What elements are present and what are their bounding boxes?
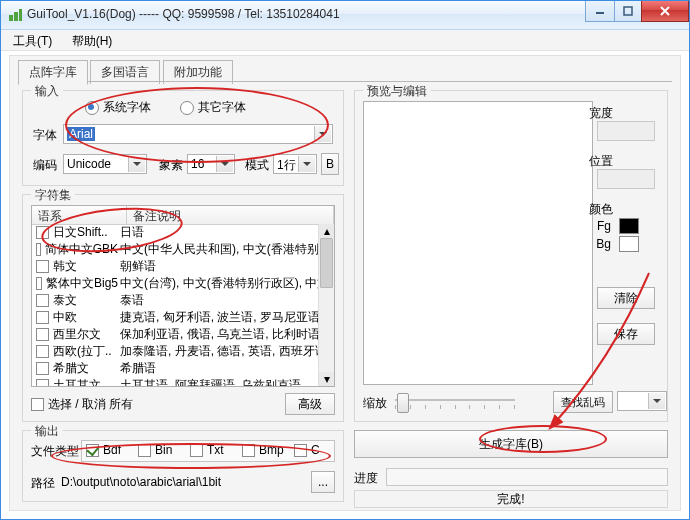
group-output-caption: 输出 — [31, 423, 63, 440]
svg-rect-3 — [596, 12, 604, 14]
pos-label: 位置 — [589, 153, 613, 170]
radio-other-font[interactable]: 其它字体 — [180, 100, 246, 114]
table-row[interactable]: 韩文朝鲜语 — [32, 258, 319, 275]
progress-label: 进度 — [354, 470, 378, 487]
generate-button[interactable]: 生成字库(B) — [354, 430, 668, 458]
close-button[interactable] — [641, 1, 689, 22]
font-label: 字体 — [33, 127, 57, 144]
scrollbar[interactable]: ▴▾ — [318, 224, 334, 386]
filetype-label: 文件类型 — [31, 443, 79, 460]
menubar: 工具(T) 帮助(H) — [1, 30, 689, 51]
table-row[interactable]: 中欧捷克语, 匈牙利语, 波兰语, 罗马尼亚语, — [32, 309, 319, 326]
client-area: 点阵字库 多国语言 附加功能 输入 系统字体 其它字体 字体 Arial 编码 … — [9, 55, 681, 511]
bg-label: Bg — [596, 237, 611, 251]
table-row[interactable]: 西欧(拉丁..加泰隆语, 丹麦语, 德语, 英语, 西班牙语, — [32, 343, 319, 360]
fg-label: Fg — [597, 219, 611, 233]
mode-label: 模式 — [245, 157, 269, 174]
table-row[interactable]: 西里尔文保加利亚语, 俄语, 乌克兰语, 比利时语, — [32, 326, 319, 343]
path-value: D:\output\noto\arabic\arial\1bit — [61, 475, 311, 489]
progress-bar — [386, 468, 668, 486]
menu-tools[interactable]: 工具(T) — [5, 30, 60, 53]
group-input: 输入 系统字体 其它字体 字体 Arial 编码 Unicode 象素 16 模… — [22, 90, 344, 186]
save-button[interactable]: 保存 — [597, 323, 655, 345]
ft-bin[interactable]: Bin — [138, 443, 172, 457]
menu-help[interactable]: 帮助(H) — [64, 30, 121, 53]
font-combo[interactable]: Arial — [63, 124, 333, 144]
minimize-button[interactable] — [585, 1, 615, 22]
app-icon — [7, 7, 23, 23]
path-label: 路径 — [31, 475, 55, 492]
bold-button[interactable]: B — [321, 153, 339, 175]
encoding-combo[interactable]: Unicode — [63, 154, 147, 174]
select-all-check[interactable]: 选择 / 取消 所有 — [31, 396, 133, 413]
width-label: 宽度 — [589, 105, 613, 122]
mode-combo[interactable]: 1行 — [273, 154, 317, 174]
browse-button[interactable]: ... — [311, 471, 335, 493]
table-row[interactable]: 繁体中文Big5中文(台湾), 中文(香港特别行政区), 中文 — [32, 275, 319, 292]
zoom-slider[interactable] — [395, 391, 515, 409]
status-text: 完成! — [354, 490, 668, 508]
svg-rect-4 — [624, 7, 632, 15]
window-title: GuiTool_V1.16(Dog) ----- QQ: 9599598 / T… — [27, 7, 340, 21]
maximize-button[interactable] — [614, 1, 642, 22]
color-label: 颜色 — [589, 201, 613, 218]
filetype-box: Bdf Bin Txt Bmp C — [81, 440, 335, 462]
pos-value — [597, 169, 655, 189]
table-row[interactable]: 泰文泰语 — [32, 292, 319, 309]
tab-dotfont[interactable]: 点阵字库 — [18, 60, 88, 85]
svg-rect-0 — [9, 15, 13, 21]
ft-bmp[interactable]: Bmp — [242, 443, 284, 457]
clear-button[interactable]: 清除 — [597, 287, 655, 309]
group-output: 输出 文件类型 Bdf Bin Txt Bmp C 路径 D:\output\n… — [22, 430, 344, 502]
ft-c[interactable]: C — [294, 443, 320, 457]
svg-rect-1 — [14, 12, 18, 21]
find-button[interactable]: 查找乱码 — [553, 391, 613, 413]
table-row[interactable]: 简体中文GBK中文(中华人民共和国), 中文(香港特别 — [32, 241, 319, 258]
zoom-label: 缩放 — [363, 395, 387, 412]
find-combo[interactable] — [617, 391, 667, 411]
charset-list[interactable]: 语系 备注说明 日文Shift..日语简体中文GBK中文(中华人民共和国), 中… — [31, 205, 335, 387]
ft-bdf[interactable]: Bdf — [86, 443, 121, 457]
bg-swatch[interactable] — [619, 236, 639, 252]
table-row[interactable]: 土耳其文土耳其语, 阿塞拜疆语, 乌兹别克语 — [32, 377, 319, 386]
ft-txt[interactable]: Txt — [190, 443, 224, 457]
group-charset: 字符集 语系 备注说明 日文Shift..日语简体中文GBK中文(中华人民共和国… — [22, 194, 344, 422]
radio-system-font[interactable]: 系统字体 — [85, 100, 151, 114]
table-row[interactable]: 日文Shift..日语 — [32, 224, 319, 241]
advanced-button[interactable]: 高级 — [285, 393, 335, 415]
table-row[interactable]: 希腊文希腊语 — [32, 360, 319, 377]
group-preview: 预览与编辑 宽度 位置 颜色 Fg Bg 清除 保存 缩放 — [354, 90, 668, 422]
titlebar[interactable]: GuiTool_V1.16(Dog) ----- QQ: 9599598 / T… — [1, 1, 689, 30]
group-preview-caption: 预览与编辑 — [363, 83, 431, 100]
width-value — [597, 121, 655, 141]
chevron-down-icon — [314, 126, 331, 142]
pixel-combo[interactable]: 16 — [187, 154, 235, 174]
preview-canvas[interactable] — [363, 101, 593, 385]
group-charset-caption: 字符集 — [31, 187, 75, 204]
col-note[interactable]: 备注说明 — [127, 206, 334, 224]
fg-swatch[interactable] — [619, 218, 639, 234]
group-input-caption: 输入 — [31, 83, 63, 100]
pixel-label: 象素 — [159, 157, 183, 174]
encoding-label: 编码 — [33, 157, 57, 174]
svg-rect-2 — [19, 9, 22, 21]
col-lang[interactable]: 语系 — [32, 206, 127, 224]
window: GuiTool_V1.16(Dog) ----- QQ: 9599598 / T… — [0, 0, 690, 520]
